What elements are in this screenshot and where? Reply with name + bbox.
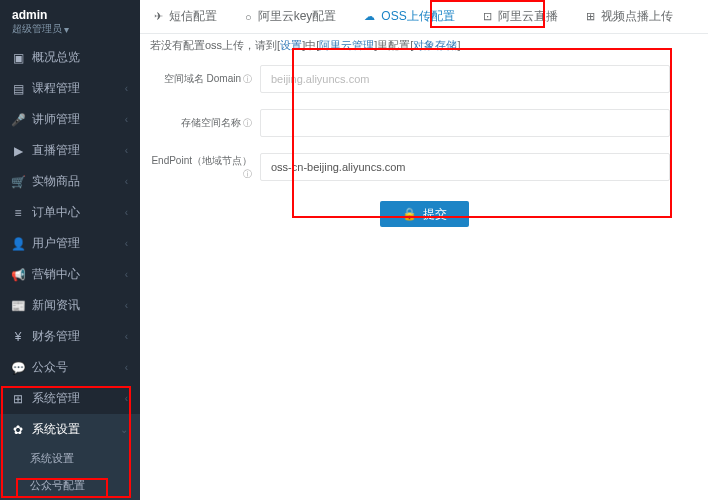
user-role[interactable]: 超级管理员▾ xyxy=(12,22,128,36)
book-icon: ▤ xyxy=(12,83,24,95)
sidebar-item-teacher[interactable]: 🎤讲师管理‹ xyxy=(0,104,140,135)
chevron-down-icon: ▾ xyxy=(64,24,69,35)
sidebar-item-news[interactable]: 📰新闻资讯‹ xyxy=(0,290,140,321)
chevron-left-icon: ‹ xyxy=(125,331,128,342)
form: 空间域名 Domainⓘ 存储空间名称ⓘ EndPoint（地域节点）ⓘ 🔒提交 xyxy=(140,59,708,241)
main-menu: ▣概况总览 ▤课程管理‹ 🎤讲师管理‹ ▶直播管理‹ 🛒实物商品‹ ≡订单中心‹… xyxy=(0,42,140,500)
label-bucket: 存储空间名称ⓘ xyxy=(150,116,260,130)
chevron-left-icon: ‹ xyxy=(125,269,128,280)
sidebar-item-system[interactable]: ⊞系统管理‹ xyxy=(0,383,140,414)
sidebar-item-settings[interactable]: ✿系统设置⌄ xyxy=(0,414,140,445)
sidebar-item-live[interactable]: ▶直播管理‹ xyxy=(0,135,140,166)
video-icon: ▶ xyxy=(12,145,24,157)
tab-oss[interactable]: ☁OSS上传配置 xyxy=(350,2,468,33)
chevron-left-icon: ‹ xyxy=(125,176,128,187)
user-name: admin xyxy=(12,8,128,22)
tab-live[interactable]: ⊡阿里云直播 xyxy=(469,2,572,33)
plus-icon: ⊞ xyxy=(586,10,595,23)
circle-icon: ○ xyxy=(245,11,252,23)
cloud-icon: ☁ xyxy=(364,10,375,23)
sidebar-item-finance[interactable]: ¥财务管理‹ xyxy=(0,321,140,352)
submenu-settings: 系统设置 公众号配置 支付配置 阿里云配置 xyxy=(0,445,140,500)
chevron-left-icon: ‹ xyxy=(125,362,128,373)
chevron-left-icon: ‹ xyxy=(125,83,128,94)
cart-icon: 🛒 xyxy=(12,176,24,188)
endpoint-input[interactable] xyxy=(260,153,670,181)
hint-text: 若没有配置oss上传，请到[设置]中[阿里云管理]里配置[对象存储] xyxy=(140,34,708,59)
domain-input[interactable] xyxy=(260,65,670,93)
news-icon: 📰 xyxy=(12,300,24,312)
wechat-icon: 💬 xyxy=(12,362,24,374)
user-icon: 👤 xyxy=(12,238,24,250)
sidebar-item-overview[interactable]: ▣概况总览 xyxy=(0,42,140,73)
chevron-left-icon: ‹ xyxy=(125,393,128,404)
bucket-input[interactable] xyxy=(260,109,670,137)
horn-icon: 📢 xyxy=(12,269,24,281)
chevron-left-icon: ‹ xyxy=(125,238,128,249)
content: ✈短信配置 ○阿里云key配置 ☁OSS上传配置 ⊡阿里云直播 ⊞视频点播上传 … xyxy=(140,0,708,500)
sidebar-item-course[interactable]: ▤课程管理‹ xyxy=(0,73,140,104)
sidebar: admin 超级管理员▾ ▣概况总览 ▤课程管理‹ 🎤讲师管理‹ ▶直播管理‹ … xyxy=(0,0,140,500)
sidebar-item-goods[interactable]: 🛒实物商品‹ xyxy=(0,166,140,197)
link-oss[interactable]: 对象存储 xyxy=(413,39,457,51)
gear-icon: ✿ xyxy=(12,424,24,436)
label-domain: 空间域名 Domainⓘ xyxy=(150,72,260,86)
tab-sms[interactable]: ✈短信配置 xyxy=(140,2,231,33)
chevron-left-icon: ‹ xyxy=(125,207,128,218)
dashboard-icon: ▣ xyxy=(12,52,24,64)
submit-button[interactable]: 🔒提交 xyxy=(380,201,469,227)
chevron-left-icon: ‹ xyxy=(125,145,128,156)
info-icon: ⓘ xyxy=(243,169,252,179)
tabs: ✈短信配置 ○阿里云key配置 ☁OSS上传配置 ⊡阿里云直播 ⊞视频点播上传 xyxy=(140,2,708,34)
link-settings[interactable]: 设置 xyxy=(280,39,302,51)
list-icon: ≡ xyxy=(12,207,24,219)
tab-key[interactable]: ○阿里云key配置 xyxy=(231,2,350,33)
sidebar-item-wechat[interactable]: 💬公众号‹ xyxy=(0,352,140,383)
money-icon: ¥ xyxy=(12,331,24,343)
square-icon: ⊡ xyxy=(483,10,492,23)
info-icon: ⓘ xyxy=(243,74,252,84)
chevron-down-icon: ⌄ xyxy=(120,424,128,435)
chevron-left-icon: ‹ xyxy=(125,114,128,125)
tab-vod[interactable]: ⊞视频点播上传 xyxy=(572,2,687,33)
grid-icon: ⊞ xyxy=(12,393,24,405)
link-aliyun[interactable]: 阿里云管理 xyxy=(319,39,374,51)
info-icon: ⓘ xyxy=(243,118,252,128)
plane-icon: ✈ xyxy=(154,10,163,23)
lock-icon: 🔒 xyxy=(402,207,417,221)
sub-item-system[interactable]: 系统设置 xyxy=(0,445,140,472)
sidebar-item-orders[interactable]: ≡订单中心‹ xyxy=(0,197,140,228)
chevron-left-icon: ‹ xyxy=(125,300,128,311)
user-block: admin 超级管理员▾ xyxy=(0,0,140,42)
sub-item-wechat-config[interactable]: 公众号配置 xyxy=(0,472,140,499)
sidebar-item-marketing[interactable]: 📢营销中心‹ xyxy=(0,259,140,290)
label-endpoint: EndPoint（地域节点）ⓘ xyxy=(150,154,260,181)
mic-icon: 🎤 xyxy=(12,114,24,126)
sidebar-item-users[interactable]: 👤用户管理‹ xyxy=(0,228,140,259)
